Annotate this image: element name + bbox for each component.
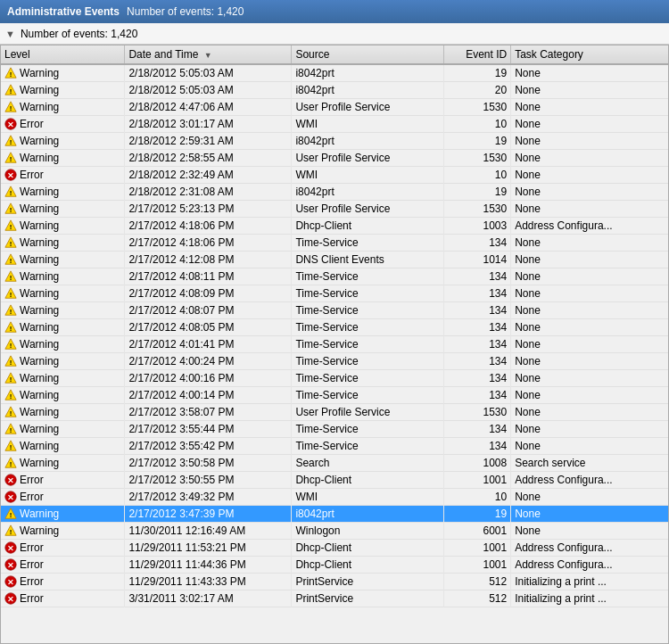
table-row[interactable]: ! Warning 2/17/2012 3:47:39 PM i8042prt … <box>1 506 668 523</box>
svg-text:!: ! <box>10 104 12 112</box>
level-cell: ! Warning <box>1 150 125 167</box>
task-cell: None <box>511 133 668 150</box>
level-cell: ! Warning <box>1 64 125 82</box>
col-header-task[interactable]: Task Category <box>511 45 668 64</box>
eventid-cell: 1530 <box>444 404 511 421</box>
error-icon: ✕ <box>4 592 17 605</box>
warning-icon: ! <box>4 84 17 96</box>
table-row[interactable]: ✕ Error 11/29/2011 11:53:21 PM Dhcp-Clie… <box>1 540 668 557</box>
table-row[interactable]: ! Warning 2/17/2012 3:50:58 PM Search 10… <box>1 455 668 472</box>
datetime-cell: 2/17/2012 3:58:07 PM <box>125 404 292 421</box>
warning-icon: ! <box>4 338 17 351</box>
eventid-cell: 134 <box>444 353 511 370</box>
level-text: Warning <box>20 219 59 232</box>
task-cell: Search service <box>511 455 668 472</box>
table-row[interactable]: ! Warning 2/17/2012 4:18:06 PM Time-Serv… <box>1 235 668 252</box>
task-cell: None <box>511 64 668 82</box>
source-cell: User Profile Service <box>292 404 444 421</box>
svg-text:!: ! <box>10 460 12 468</box>
table-row[interactable]: ! Warning 2/17/2012 4:00:16 PM Time-Serv… <box>1 370 668 387</box>
title-bar-count: Number of events: 1,420 <box>127 5 244 18</box>
level-text: Warning <box>20 389 59 401</box>
datetime-cell: 2/17/2012 4:00:24 PM <box>125 353 292 370</box>
level-cell: ! Warning <box>1 218 125 235</box>
eventid-cell: 1530 <box>444 150 511 167</box>
level-cell: ! Warning <box>1 455 125 472</box>
table-row[interactable]: ! Warning 2/17/2012 4:00:24 PM Time-Serv… <box>1 353 668 370</box>
datetime-cell: 2/17/2012 4:01:41 PM <box>125 336 292 353</box>
task-cell: None <box>511 421 668 438</box>
table-container[interactable]: Level Date and Time ▼ Source Event ID Ta… <box>0 45 669 644</box>
table-row[interactable]: ! Warning 2/18/2012 5:05:03 AM i8042prt … <box>1 82 668 99</box>
table-row[interactable]: ! Warning 2/17/2012 4:12:08 PM DNS Clien… <box>1 252 668 268</box>
table-row[interactable]: ✕ Error 2/18/2012 2:32:49 AM WMI 10 None <box>1 167 668 184</box>
table-row[interactable]: ! Warning 2/17/2012 3:55:44 PM Time-Serv… <box>1 421 668 438</box>
task-cell: None <box>511 201 668 218</box>
eventid-cell: 10 <box>444 489 511 506</box>
table-row[interactable]: ! Warning 2/17/2012 4:08:05 PM Time-Serv… <box>1 319 668 336</box>
warning-icon: ! <box>4 135 17 147</box>
table-row[interactable]: ! Warning 2/17/2012 4:00:14 PM Time-Serv… <box>1 387 668 404</box>
datetime-cell: 2/18/2012 4:47:06 AM <box>125 99 292 116</box>
table-row[interactable]: ! Warning 2/17/2012 4:01:41 PM Time-Serv… <box>1 336 668 353</box>
table-row[interactable]: ✕ Error 11/29/2011 11:43:33 PM PrintServ… <box>1 574 668 590</box>
eventid-cell: 134 <box>444 370 511 387</box>
table-row[interactable]: ✕ Error 3/31/2011 3:02:17 AM PrintServic… <box>1 590 668 607</box>
svg-text:!: ! <box>10 274 12 282</box>
svg-text:!: ! <box>10 528 12 536</box>
col-header-datetime[interactable]: Date and Time ▼ <box>125 45 292 64</box>
warning-icon: ! <box>4 355 17 367</box>
svg-text:✕: ✕ <box>7 120 14 129</box>
source-cell: DNS Client Events <box>292 252 444 268</box>
col-header-source[interactable]: Source <box>292 45 444 64</box>
col-header-eventid[interactable]: Event ID <box>444 45 511 64</box>
eventid-cell: 1001 <box>444 557 511 574</box>
datetime-cell: 11/29/2011 11:43:33 PM <box>125 574 292 590</box>
level-text: Warning <box>20 202 59 215</box>
table-row[interactable]: ! Warning 2/18/2012 2:58:55 AM User Prof… <box>1 150 668 167</box>
table-row[interactable]: ! Warning 2/17/2012 5:23:13 PM User Prof… <box>1 201 668 218</box>
table-row[interactable]: ✕ Error 2/18/2012 3:01:17 AM WMI 10 None <box>1 116 668 133</box>
eventid-cell: 19 <box>444 506 511 523</box>
level-cell: ! Warning <box>1 302 125 319</box>
datetime-cell: 2/17/2012 3:55:44 PM <box>125 421 292 438</box>
source-cell: User Profile Service <box>292 201 444 218</box>
warning-icon: ! <box>4 186 17 198</box>
svg-text:!: ! <box>10 223 12 231</box>
task-cell: None <box>511 150 668 167</box>
warning-icon: ! <box>4 236 17 249</box>
table-row[interactable]: ✕ Error 2/17/2012 3:49:32 PM WMI 10 None <box>1 489 668 506</box>
table-row[interactable]: ✕ Error 2/17/2012 3:50:55 PM Dhcp-Client… <box>1 472 668 489</box>
table-row[interactable]: ! Warning 2/18/2012 4:47:06 AM User Prof… <box>1 99 668 116</box>
table-row[interactable]: ✕ Error 11/29/2011 11:44:36 PM Dhcp-Clie… <box>1 557 668 574</box>
level-text: Warning <box>20 321 59 334</box>
table-row[interactable]: ! Warning 2/17/2012 4:08:07 PM Time-Serv… <box>1 302 668 319</box>
table-row[interactable]: ! Warning 11/30/2011 12:16:49 AM Winlogo… <box>1 523 668 540</box>
level-text: Warning <box>20 236 59 249</box>
level-text: Warning <box>20 101 59 113</box>
svg-text:!: ! <box>10 426 12 434</box>
level-text: Error <box>20 169 44 181</box>
source-cell: User Profile Service <box>292 150 444 167</box>
col-header-level[interactable]: Level <box>1 45 125 64</box>
svg-text:✕: ✕ <box>7 595 14 604</box>
table-row[interactable]: ! Warning 2/18/2012 2:31:08 AM i8042prt … <box>1 184 668 201</box>
level-cell: ! Warning <box>1 252 125 268</box>
table-row[interactable]: ! Warning 2/18/2012 2:59:31 AM i8042prt … <box>1 133 668 150</box>
source-cell: Dhcp-Client <box>292 557 444 574</box>
datetime-cell: 2/18/2012 5:05:03 AM <box>125 82 292 99</box>
table-row[interactable]: ! Warning 2/17/2012 3:58:07 PM User Prof… <box>1 404 668 421</box>
svg-text:✕: ✕ <box>7 578 14 587</box>
datetime-cell: 2/17/2012 4:12:08 PM <box>125 252 292 268</box>
task-cell: None <box>511 523 668 540</box>
table-row[interactable]: ! Warning 2/17/2012 4:08:11 PM Time-Serv… <box>1 268 668 285</box>
eventid-cell: 1001 <box>444 540 511 557</box>
table-row[interactable]: ! Warning 2/18/2012 5:05:03 AM i8042prt … <box>1 64 668 82</box>
table-row[interactable]: ! Warning 2/17/2012 3:55:42 PM Time-Serv… <box>1 438 668 455</box>
table-row[interactable]: ! Warning 2/17/2012 4:18:06 PM Dhcp-Clie… <box>1 218 668 235</box>
eventid-cell: 1014 <box>444 252 511 268</box>
svg-text:!: ! <box>10 392 12 400</box>
table-row[interactable]: ! Warning 2/17/2012 4:08:09 PM Time-Serv… <box>1 285 668 302</box>
source-cell: Winlogon <box>292 523 444 540</box>
filter-icon[interactable]: ▼ <box>5 29 15 39</box>
